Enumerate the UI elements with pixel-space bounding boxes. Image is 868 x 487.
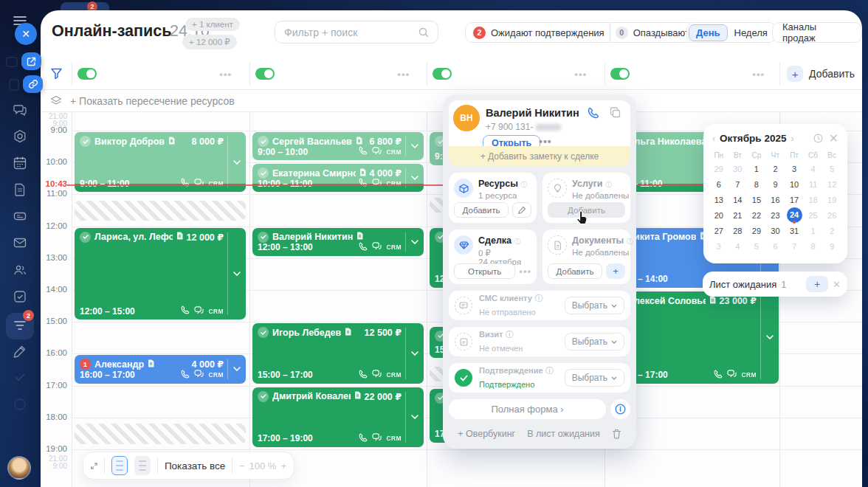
phone-icon[interactable] — [181, 370, 190, 381]
resource-toggle[interactable] — [255, 68, 275, 80]
appointment-card[interactable]: 1Александр4 000 ₽16:00 – 17:00 CRM — [75, 355, 246, 383]
overbooking-button[interactable]: + Овербукинг — [458, 429, 515, 439]
close-button[interactable]: ✕ — [15, 23, 37, 45]
phone-icon[interactable] — [359, 146, 368, 157]
phone-icon[interactable] — [359, 433, 368, 444]
zoom-out-button[interactable]: − — [239, 460, 245, 472]
calendar-day[interactable]: 2 — [766, 161, 785, 176]
resource-header[interactable]: ••• — [78, 58, 242, 90]
open-deal-button[interactable]: Открыть — [454, 263, 515, 279]
calendar-day[interactable]: 28 — [728, 223, 748, 238]
appointment-card[interactable]: Сергей Васильев6 800 ₽9:00 – 10:00 CRM — [252, 132, 424, 160]
calendar-day[interactable]: 25 — [804, 207, 823, 223]
resource-more-button[interactable]: ••• — [219, 69, 232, 80]
resource-more-button[interactable]: ••• — [752, 69, 765, 80]
calendar-day[interactable]: 31 — [785, 223, 804, 238]
calendar-day[interactable]: 1 — [747, 161, 766, 176]
calendar-day[interactable]: 17 — [785, 192, 804, 207]
chevron-down-icon[interactable] — [405, 392, 424, 443]
appointment-card[interactable]: Лариса, ул. Лефорт...12 000 ₽12:00 – 15:… — [75, 228, 246, 320]
phone-icon[interactable] — [181, 178, 190, 189]
calendar-day[interactable]: 2 — [822, 223, 841, 238]
calendar-day[interactable]: 29 — [747, 223, 766, 238]
clock-icon[interactable] — [813, 134, 823, 143]
chevron-down-icon[interactable] — [405, 137, 424, 156]
calendar-day[interactable]: 9 — [766, 176, 785, 192]
phone-icon[interactable] — [714, 370, 723, 381]
phone-icon[interactable] — [181, 305, 190, 317]
calendar-day[interactable]: 26 — [822, 207, 841, 223]
appointment-card[interactable]: Виктор Добров8 000 ₽9:00 – 11:00 CRM — [75, 132, 246, 192]
resource-toggle[interactable] — [610, 68, 630, 80]
calendar-day[interactable]: 16 — [766, 192, 785, 207]
late-filter[interactable]: Опаздывают — [633, 27, 689, 38]
messengers-icon[interactable] — [372, 433, 382, 443]
document-icon[interactable] — [13, 182, 27, 197]
calendar-day[interactable]: 11 — [804, 176, 823, 192]
show-all-button[interactable]: Показать все — [165, 460, 225, 472]
calendar-day[interactable]: 9 — [822, 238, 841, 254]
phone-icon[interactable] — [359, 370, 368, 381]
settings-hexagon-icon[interactable] — [13, 129, 27, 144]
add-resource-button[interactable]: Добавить — [454, 202, 509, 218]
resource-header[interactable]: ••• — [433, 58, 597, 90]
calendar-day[interactable]: 30 — [728, 161, 748, 176]
calendar-day[interactable]: 3 — [785, 161, 804, 176]
tab-day[interactable]: День — [689, 24, 728, 41]
tab-week[interactable]: Неделя — [728, 25, 774, 41]
calendar-day[interactable]: 6 — [709, 176, 728, 192]
chevron-down-icon[interactable] — [405, 232, 424, 252]
chevron-down-icon[interactable] — [227, 232, 246, 316]
pending-filter[interactable]: Ожидают подтверждения — [491, 27, 604, 38]
clients-icon[interactable] — [13, 263, 27, 277]
calendar-day[interactable]: 15 — [747, 192, 766, 207]
appointment-card[interactable]: Дмитрий Ковалев22 000 ₽17:00 – 19:00 CRM — [252, 387, 424, 447]
add-note-button[interactable]: + Добавить заметку к сделке — [449, 146, 630, 166]
calendar-day[interactable]: 4 — [728, 238, 748, 254]
calendar-day[interactable]: 14 — [728, 192, 748, 207]
calendar-next-icon[interactable]: › — [790, 134, 793, 144]
phone-icon[interactable] — [359, 242, 368, 253]
calendar-day[interactable]: 23 — [766, 207, 785, 223]
chevron-down-icon[interactable] — [227, 359, 246, 379]
resource-header[interactable]: ••• — [255, 58, 420, 90]
calendar-day[interactable]: 8 — [804, 238, 823, 254]
zoom-in-button[interactable]: + — [280, 460, 286, 472]
messengers-icon[interactable] — [194, 306, 204, 317]
resource-toggle[interactable] — [433, 68, 452, 80]
resource-header[interactable]: ••• — [610, 58, 775, 90]
external-link-button[interactable] — [21, 52, 41, 70]
chevron-down-icon[interactable] — [405, 328, 424, 379]
appointment-card[interactable]: Валерий Никитин12:00 – 13:00 CRM — [252, 228, 424, 256]
calendar-day[interactable]: 5 — [747, 238, 766, 254]
calendar-day[interactable]: 5 — [822, 161, 841, 176]
sales-channels-button[interactable]: Каналы продаж — [772, 22, 862, 43]
calendar-day[interactable]: 6 — [766, 238, 785, 254]
appointment-card[interactable]: Игорь Лебедев12 500 ₽15:00 – 17:00 CRM — [252, 323, 424, 383]
resource-more-button[interactable]: ••• — [397, 69, 410, 80]
calendar-day[interactable]: 19 — [822, 192, 841, 207]
layout-compact-toggle[interactable] — [111, 456, 128, 475]
calendar-day[interactable]: 10 — [785, 176, 804, 192]
calendar-day[interactable]: 24 — [785, 207, 804, 223]
messengers-icon[interactable] — [372, 147, 382, 157]
calendar-day[interactable]: 3 — [709, 238, 728, 254]
calendar-day[interactable]: 20 — [709, 207, 728, 223]
calendar-day[interactable]: 7 — [785, 238, 804, 254]
pencil-icon[interactable] — [13, 344, 27, 359]
messengers-icon[interactable] — [372, 242, 382, 252]
add-resource-button[interactable]: + Добавить — [779, 58, 862, 90]
resource-toggle[interactable] — [78, 68, 97, 80]
search-input[interactable] — [284, 27, 418, 38]
waitlist-add-button[interactable]: + — [806, 276, 828, 292]
messengers-icon[interactable] — [372, 179, 382, 189]
mail-icon[interactable] — [13, 235, 27, 250]
chevron-down-icon[interactable] — [760, 296, 779, 379]
call-icon[interactable] — [588, 107, 599, 119]
appointment-card[interactable]: Екатерина Смирнова4 000 ₽10:00 – 11:00 C… — [252, 164, 424, 192]
messengers-icon[interactable] — [727, 370, 737, 380]
search-box[interactable] — [275, 21, 438, 44]
messengers-icon[interactable] — [372, 370, 382, 380]
calendar-day[interactable]: 13 — [709, 192, 728, 207]
chevron-down-icon[interactable] — [227, 137, 246, 187]
